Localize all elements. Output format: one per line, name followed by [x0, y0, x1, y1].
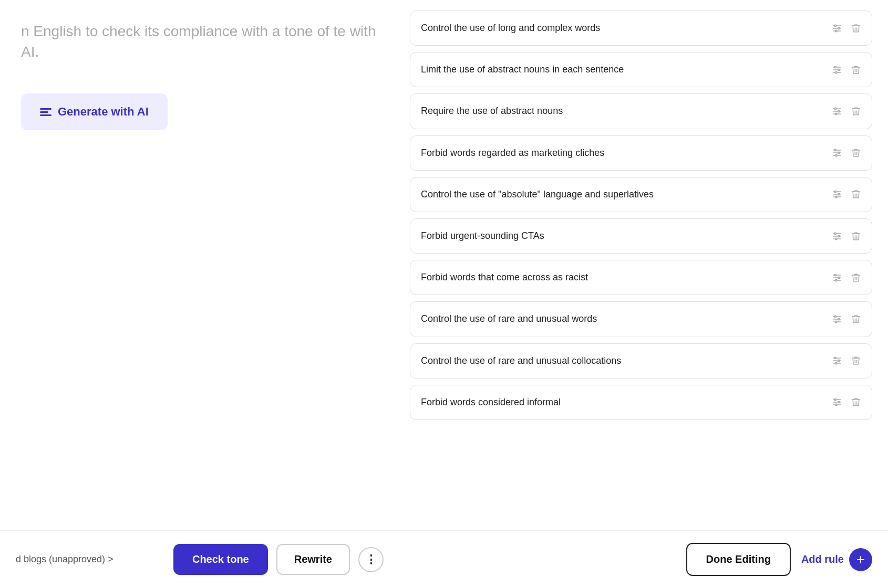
bottom-bar-right: Done Editing Add rule +	[399, 530, 888, 588]
rule-controls	[832, 314, 861, 324]
svg-point-35	[835, 238, 837, 239]
rule-controls	[832, 189, 861, 200]
rewrite-button[interactable]: Rewrite	[276, 544, 350, 575]
rule-delete-icon[interactable]	[851, 272, 861, 283]
more-options-button[interactable]: ⋮	[358, 547, 384, 572]
rule-settings-icon[interactable]	[832, 23, 842, 34]
generate-button-label: Generate with AI	[58, 105, 149, 119]
svg-point-33	[834, 233, 836, 234]
left-panel: n English to check its compliance with a…	[0, 0, 399, 588]
breadcrumb: d blogs (unapproved) >	[16, 554, 165, 565]
svg-point-22	[838, 152, 840, 153]
rule-controls	[832, 65, 861, 75]
svg-point-58	[838, 402, 840, 403]
rule-controls	[832, 272, 861, 283]
rule-text: Control the use of rare and unusual word…	[421, 312, 825, 326]
rule-item: Forbid words that come across as racist	[410, 260, 872, 295]
svg-point-39	[834, 274, 836, 276]
right-panel: Control the use of long and complex word…	[399, 0, 888, 588]
rule-settings-icon[interactable]	[832, 106, 842, 117]
rule-settings-icon[interactable]	[832, 397, 842, 407]
svg-point-16	[838, 110, 840, 112]
add-rule-plus-icon: +	[849, 548, 872, 571]
rule-text: Control the use of rare and unusual coll…	[421, 354, 825, 368]
rule-text: Forbid urgent-sounding CTAs	[421, 229, 825, 243]
rule-delete-icon[interactable]	[851, 23, 861, 34]
svg-point-52	[838, 360, 840, 361]
add-rule-button[interactable]: Add rule +	[801, 548, 872, 571]
svg-point-47	[835, 321, 837, 322]
rule-text: Require the use of abstract nouns	[421, 104, 825, 118]
svg-point-9	[834, 66, 836, 68]
rule-text: Forbid words regarded as marketing clich…	[421, 146, 825, 160]
rule-item: Control the use of rare and unusual word…	[410, 301, 872, 337]
rule-settings-icon[interactable]	[832, 355, 842, 366]
rule-delete-icon[interactable]	[851, 189, 861, 200]
svg-point-34	[838, 235, 840, 237]
rule-item: Control the use of "absolute" language a…	[410, 177, 872, 212]
svg-point-29	[835, 196, 837, 198]
svg-point-45	[834, 316, 836, 317]
rule-settings-icon[interactable]	[832, 231, 842, 242]
bottom-bar-left: d blogs (unapproved) > Check tone Rewrit…	[0, 530, 399, 588]
rule-text: Limit the use of abstract nouns in each …	[421, 63, 825, 76]
svg-point-27	[834, 191, 836, 193]
rules-list: Control the use of long and complex word…	[410, 10, 872, 420]
svg-point-46	[838, 318, 840, 320]
add-rule-label: Add rule	[801, 553, 844, 565]
rule-item: Control the use of rare and unusual coll…	[410, 343, 872, 379]
rule-settings-icon[interactable]	[832, 65, 842, 75]
svg-point-10	[838, 69, 840, 70]
rule-item: Limit the use of abstract nouns in each …	[410, 52, 872, 87]
generate-icon	[40, 108, 51, 116]
rule-item: Control the use of long and complex word…	[410, 10, 872, 46]
rule-text: Control the use of long and complex word…	[421, 22, 825, 35]
rule-settings-icon[interactable]	[832, 148, 842, 158]
rule-settings-icon[interactable]	[832, 314, 842, 324]
rule-delete-icon[interactable]	[851, 148, 861, 158]
rule-settings-icon[interactable]	[832, 272, 842, 283]
svg-point-21	[834, 149, 836, 151]
rule-delete-icon[interactable]	[851, 355, 861, 366]
rule-controls	[832, 355, 861, 366]
rule-delete-icon[interactable]	[851, 65, 861, 75]
generate-with-ai-button[interactable]: Generate with AI	[21, 93, 168, 130]
rule-settings-icon[interactable]	[832, 189, 842, 200]
rule-delete-icon[interactable]	[851, 106, 861, 117]
rule-item: Forbid urgent-sounding CTAs	[410, 218, 872, 254]
svg-point-28	[838, 194, 840, 195]
svg-point-3	[834, 25, 836, 26]
rule-controls	[832, 397, 861, 407]
description-text: n English to check its compliance with a…	[21, 21, 378, 62]
rule-controls	[832, 148, 861, 158]
svg-point-57	[834, 399, 836, 401]
done-editing-button[interactable]: Done Editing	[686, 543, 791, 576]
svg-point-11	[835, 71, 837, 73]
rule-delete-icon[interactable]	[851, 231, 861, 242]
svg-point-51	[834, 357, 836, 359]
rule-text: Forbid words that come across as racist	[421, 271, 825, 284]
rule-delete-icon[interactable]	[851, 314, 861, 324]
rule-controls	[832, 231, 861, 242]
rule-text: Forbid words considered informal	[421, 396, 825, 409]
svg-point-4	[838, 27, 840, 29]
rule-delete-icon[interactable]	[851, 397, 861, 407]
rule-controls	[832, 106, 861, 117]
rule-item: Forbid words considered informal	[410, 385, 872, 420]
svg-point-23	[835, 154, 837, 156]
rule-item: Forbid words regarded as marketing clich…	[410, 135, 872, 171]
svg-point-40	[838, 277, 840, 278]
rule-text: Control the use of "absolute" language a…	[421, 188, 825, 201]
svg-point-17	[835, 113, 837, 114]
rule-controls	[832, 23, 861, 34]
check-tone-button[interactable]: Check tone	[173, 544, 268, 575]
svg-point-41	[835, 279, 837, 281]
svg-point-15	[834, 108, 836, 109]
svg-point-53	[835, 362, 837, 364]
svg-point-59	[835, 404, 837, 406]
svg-point-5	[835, 30, 837, 32]
rule-item: Require the use of abstract nouns	[410, 93, 872, 129]
